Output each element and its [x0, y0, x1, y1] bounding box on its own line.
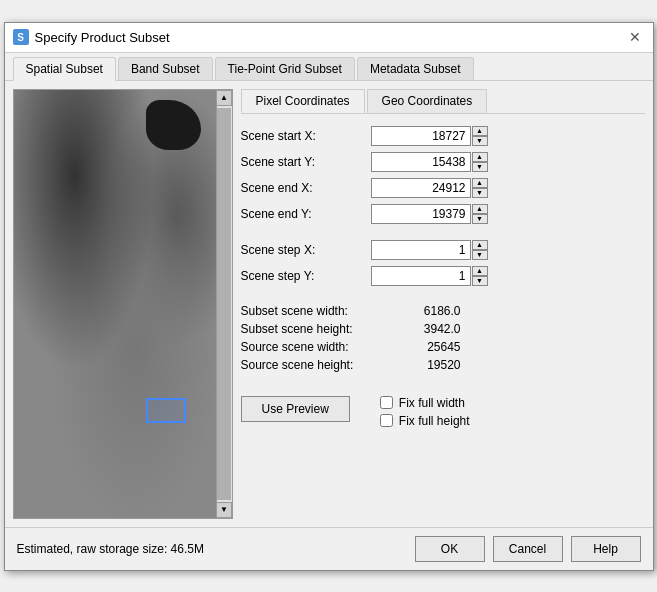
subset-width-row: Subset scene width: 6186.0: [241, 304, 645, 318]
scene-start-x-down[interactable]: ▼: [472, 136, 488, 146]
title-bar-left: S Specify Product Subset: [13, 29, 170, 45]
scene-start-y-spinbox: ▲ ▼: [371, 152, 488, 172]
subset-height-value: 3942.0: [401, 322, 461, 336]
sub-tab-pixel-coords[interactable]: Pixel Coordinates: [241, 89, 365, 113]
scene-start-y-down[interactable]: ▼: [472, 162, 488, 172]
scene-start-y-up[interactable]: ▲: [472, 152, 488, 162]
scene-step-y-row: Scene step Y: ▲ ▼: [241, 266, 645, 286]
selection-rectangle: [146, 398, 186, 423]
scene-end-y-row: Scene end Y: ▲ ▼: [241, 204, 645, 224]
footer: Estimated, raw storage size: 46.5M OK Ca…: [5, 527, 653, 570]
scene-end-x-buttons: ▲ ▼: [472, 178, 488, 198]
tab-spatial-subset[interactable]: Spatial Subset: [13, 57, 116, 81]
main-tab-bar: Spatial Subset Band Subset Tie-Point Gri…: [5, 53, 653, 81]
right-panel: Pixel Coordinates Geo Coordinates Scene …: [241, 89, 645, 519]
scene-step-y-input[interactable]: [371, 266, 471, 286]
source-width-label: Source scene width:: [241, 340, 401, 354]
scene-start-y-label: Scene start Y:: [241, 155, 371, 169]
scene-end-x-row: Scene end X: ▲ ▼: [241, 178, 645, 198]
tab-tie-point-grid[interactable]: Tie-Point Grid Subset: [215, 57, 355, 80]
scene-start-x-buttons: ▲ ▼: [472, 126, 488, 146]
fix-full-width-label[interactable]: Fix full width: [399, 396, 465, 410]
scroll-up-btn[interactable]: ▲: [216, 90, 232, 106]
sub-tab-geo-coords[interactable]: Geo Coordinates: [367, 89, 488, 113]
scene-step-x-label: Scene step X:: [241, 243, 371, 257]
scene-start-x-spinbox: ▲ ▼: [371, 126, 488, 146]
scene-end-y-spinbox: ▲ ▼: [371, 204, 488, 224]
scene-end-y-buttons: ▲ ▼: [472, 204, 488, 224]
preview-image: [14, 90, 216, 518]
scene-step-x-up[interactable]: ▲: [472, 240, 488, 250]
scene-start-y-row: Scene start Y: ▲ ▼: [241, 152, 645, 172]
scene-end-x-input[interactable]: [371, 178, 471, 198]
source-width-value: 25645: [401, 340, 461, 354]
scene-end-y-down[interactable]: ▼: [472, 214, 488, 224]
scene-start-y-buttons: ▲ ▼: [472, 152, 488, 172]
scene-step-y-up[interactable]: ▲: [472, 266, 488, 276]
preview-scrollbar[interactable]: ▲ ▼: [216, 90, 232, 518]
scroll-down-btn[interactable]: ▼: [216, 502, 232, 518]
sub-tab-bar: Pixel Coordinates Geo Coordinates: [241, 89, 645, 114]
subset-height-row: Subset scene height: 3942.0: [241, 322, 645, 336]
fix-full-height-label[interactable]: Fix full height: [399, 414, 470, 428]
footer-buttons: OK Cancel Help: [415, 536, 641, 562]
scene-end-x-down[interactable]: ▼: [472, 188, 488, 198]
scene-step-y-label: Scene step Y:: [241, 269, 371, 283]
scene-step-y-down[interactable]: ▼: [472, 276, 488, 286]
preview-panel: ▲ ▼: [13, 89, 233, 519]
scene-start-x-row: Scene start X: ▲ ▼: [241, 126, 645, 146]
checkboxes-panel: Fix full width Fix full height: [370, 396, 470, 432]
scene-step-x-down[interactable]: ▼: [472, 250, 488, 260]
help-button[interactable]: Help: [571, 536, 641, 562]
subset-width-value: 6186.0: [401, 304, 461, 318]
source-height-label: Source scene height:: [241, 358, 401, 372]
scene-start-x-input[interactable]: [371, 126, 471, 146]
scene-start-x-up[interactable]: ▲: [472, 126, 488, 136]
fix-full-height-row: Fix full height: [380, 414, 470, 428]
scene-end-y-up[interactable]: ▲: [472, 204, 488, 214]
scene-step-y-buttons: ▲ ▼: [472, 266, 488, 286]
scene-start-x-label: Scene start X:: [241, 129, 371, 143]
close-button[interactable]: ✕: [625, 27, 645, 47]
app-icon: S: [13, 29, 29, 45]
scene-start-y-input[interactable]: [371, 152, 471, 172]
fix-full-width-checkbox[interactable]: [380, 396, 393, 409]
tab-band-subset[interactable]: Band Subset: [118, 57, 213, 80]
storage-info: Estimated, raw storage size: 46.5M: [17, 542, 204, 556]
scene-end-y-label: Scene end Y:: [241, 207, 371, 221]
scroll-thumb[interactable]: [217, 108, 231, 500]
scene-end-x-spinbox: ▲ ▼: [371, 178, 488, 198]
dialog-title: Specify Product Subset: [35, 30, 170, 45]
scene-step-y-spinbox: ▲ ▼: [371, 266, 488, 286]
scene-step-x-input[interactable]: [371, 240, 471, 260]
source-width-row: Source scene width: 25645: [241, 340, 645, 354]
subset-width-label: Subset scene width:: [241, 304, 401, 318]
source-height-row: Source scene height: 19520: [241, 358, 645, 372]
scene-step-x-row: Scene step X: ▲ ▼: [241, 240, 645, 260]
main-content: ▲ ▼ Pixel Coordinates Geo Coordinates Sc…: [5, 81, 653, 527]
fix-full-width-row: Fix full width: [380, 396, 470, 410]
scene-end-y-input[interactable]: [371, 204, 471, 224]
bottom-row: Use Preview Fix full width Fix full heig…: [241, 396, 645, 432]
ok-button[interactable]: OK: [415, 536, 485, 562]
scene-step-x-spinbox: ▲ ▼: [371, 240, 488, 260]
scene-end-x-label: Scene end X:: [241, 181, 371, 195]
tab-metadata-subset[interactable]: Metadata Subset: [357, 57, 474, 80]
scene-end-x-up[interactable]: ▲: [472, 178, 488, 188]
fix-full-height-checkbox[interactable]: [380, 414, 393, 427]
source-height-value: 19520: [401, 358, 461, 372]
scene-step-x-buttons: ▲ ▼: [472, 240, 488, 260]
use-preview-button[interactable]: Use Preview: [241, 396, 350, 422]
dialog-window: S Specify Product Subset ✕ Spatial Subse…: [4, 22, 654, 571]
subset-height-label: Subset scene height:: [241, 322, 401, 336]
noise-overlay: [14, 90, 216, 518]
title-bar: S Specify Product Subset ✕: [5, 23, 653, 53]
cancel-button[interactable]: Cancel: [493, 536, 563, 562]
